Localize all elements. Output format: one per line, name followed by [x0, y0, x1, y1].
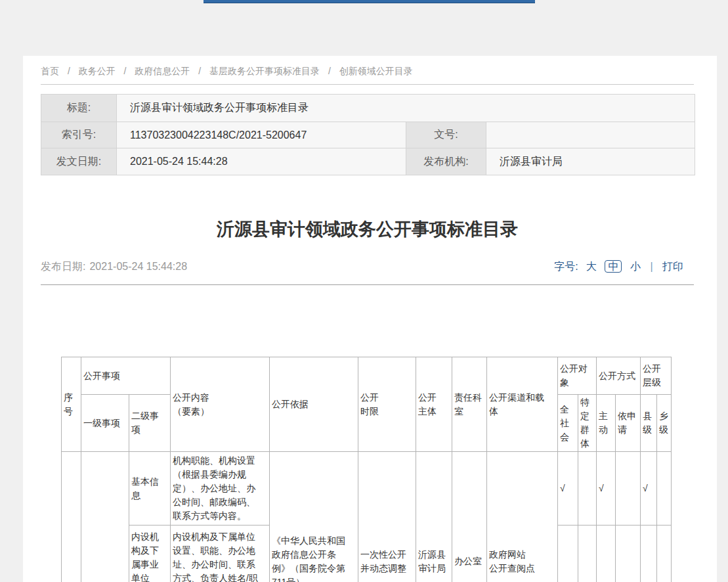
cell-level1: [81, 452, 129, 582]
header-audience-specific: 特 定 群 体: [578, 395, 597, 452]
font-size-controls: 字号: 大 中 小 | 打印: [554, 257, 683, 276]
check-audience-all-row2: √: [558, 526, 578, 582]
cell-level2-row1: 基本信 息: [129, 452, 171, 526]
check-method-request-row2: [616, 526, 641, 582]
check-audience-all-row1: √: [558, 452, 578, 526]
doc-agency-label: 发布机构:: [406, 148, 486, 175]
doc-date-value: 2021-05-24 15:44:28: [117, 148, 406, 175]
top-nav-bar-fragment: [203, 0, 535, 3]
breadcrumb-info-disclosure[interactable]: 政府信息公开: [135, 66, 190, 76]
check-audience-specific-row1: [578, 452, 597, 526]
header-level-group: 公开 层级: [641, 357, 672, 395]
check-method-request-row1: [616, 452, 641, 526]
header-time-limit: 公开 时限: [358, 357, 416, 452]
cell-time-limit: 一次性公开 并动态调整: [358, 452, 416, 582]
breadcrumb: 首页 / 政务公开 / 政府信息公开 / 基层政务公开事项标准目录 / 创新领域…: [41, 64, 413, 78]
breadcrumb-separator: /: [124, 66, 127, 76]
check-level-town-row2: [657, 526, 672, 582]
font-size-medium-button[interactable]: 中: [605, 260, 622, 273]
breadcrumb-catalog[interactable]: 基层政务公开事项标准目录: [209, 66, 320, 76]
cell-basis: 《中华人民共和国 政府信息公开条 例》（国务院令第 711号）: [270, 452, 358, 582]
header-level1: 一级事项: [81, 395, 129, 452]
breadcrumb-divider: [41, 84, 694, 85]
cell-level2-row2: 内设机 构及下 属事业 单位: [129, 526, 171, 582]
doc-title-label: 标题:: [41, 95, 117, 122]
cell-subject: 沂源县 审计局: [416, 452, 452, 582]
catalog-table: 序 号 公开事项 公开内容 （要素） 公开依据 公开 时限 公开 主体 责任科 …: [61, 357, 672, 582]
check-method-active-row1: √: [597, 452, 616, 526]
cell-content-row2: 内设机构及下属单位 设置、职能、办公地 址、办公时间、联系 方式、负责人姓名/职…: [171, 526, 270, 582]
header-channel: 公开渠道和载 体: [487, 357, 558, 452]
header-method-request: 依申 请: [616, 395, 641, 452]
check-level-town-row1: [657, 452, 672, 526]
meta-divider-bar: |: [650, 261, 653, 272]
doc-index-value: 11370323004223148C/2021-5200647: [117, 122, 406, 148]
article-meta: 发布日期:2021-05-24 15:44:28 字号: 大 中 小 | 打印: [41, 257, 694, 276]
check-audience-specific-row2: [578, 526, 597, 582]
header-content: 公开内容 （要素）: [171, 357, 270, 452]
header-level-county: 县 级: [641, 395, 657, 452]
header-department: 责任科 室: [452, 357, 487, 452]
cell-channel: 政府网站 公开查阅点: [487, 452, 558, 582]
doc-number-value: [486, 122, 695, 148]
article-divider: [41, 284, 694, 285]
header-subject: 公开 主体: [416, 357, 452, 452]
publish-date: 发布日期:2021-05-24 15:44:28: [41, 257, 187, 276]
breadcrumb-innovation[interactable]: 创新领域公开目录: [339, 66, 413, 76]
print-button[interactable]: 打印: [662, 261, 683, 272]
check-method-active-row2: √: [597, 526, 616, 582]
font-size-small-button[interactable]: 小: [630, 261, 641, 272]
font-size-label: 字号:: [554, 261, 578, 272]
header-matter-group: 公开事项: [81, 357, 171, 395]
breadcrumb-separator: /: [328, 66, 331, 76]
doc-date-label: 发文日期:: [41, 148, 117, 175]
header-level-town: 乡 级: [657, 395, 672, 452]
page: 首页 / 政务公开 / 政府信息公开 / 基层政务公开事项标准目录 / 创新领域…: [0, 0, 728, 582]
cell-department: 办公室: [452, 452, 487, 582]
header-method-active: 主 动: [597, 395, 616, 452]
breadcrumb-home[interactable]: 首页: [41, 66, 59, 76]
doc-title-value: 沂源县审计领域政务公开事项标准目录: [117, 95, 695, 122]
header-method-group: 公开方式: [597, 357, 641, 395]
publish-date-label: 发布日期:: [41, 261, 85, 272]
doc-index-label: 索引号:: [41, 122, 117, 148]
breadcrumb-separator: /: [198, 66, 201, 76]
doc-info-table: 标题: 沂源县审计领域政务公开事项标准目录 索引号: 1137032300422…: [41, 94, 695, 175]
check-level-county-row2: √: [641, 526, 657, 582]
cell-content-row1: 机构职能、机构设置 （根据县委编办规 定）、办公地址、办 公时间、邮政编码、 联…: [171, 452, 270, 526]
header-audience-group: 公开对 象: [558, 357, 597, 395]
cell-seq: [62, 452, 81, 582]
header-seq: 序 号: [62, 357, 81, 452]
doc-agency-value: 沂源县审计局: [486, 148, 695, 175]
breadcrumb-separator: /: [68, 66, 70, 76]
header-basis: 公开依据: [270, 357, 358, 452]
header-audience-all: 全社 会: [558, 395, 578, 452]
font-size-large-button[interactable]: 大: [586, 261, 597, 272]
check-level-county-row1: √: [641, 452, 657, 526]
breadcrumb-zhengwu[interactable]: 政务公开: [79, 66, 116, 76]
page-title: 沂源县审计领域政务公开事项标准目录: [41, 217, 694, 241]
content-card: 首页 / 政务公开 / 政府信息公开 / 基层政务公开事项标准目录 / 创新领域…: [23, 56, 717, 582]
doc-number-label: 文号:: [406, 122, 486, 148]
header-level2: 二级事 项: [129, 395, 171, 452]
publish-date-value: 2021-05-24 15:44:28: [89, 261, 187, 272]
